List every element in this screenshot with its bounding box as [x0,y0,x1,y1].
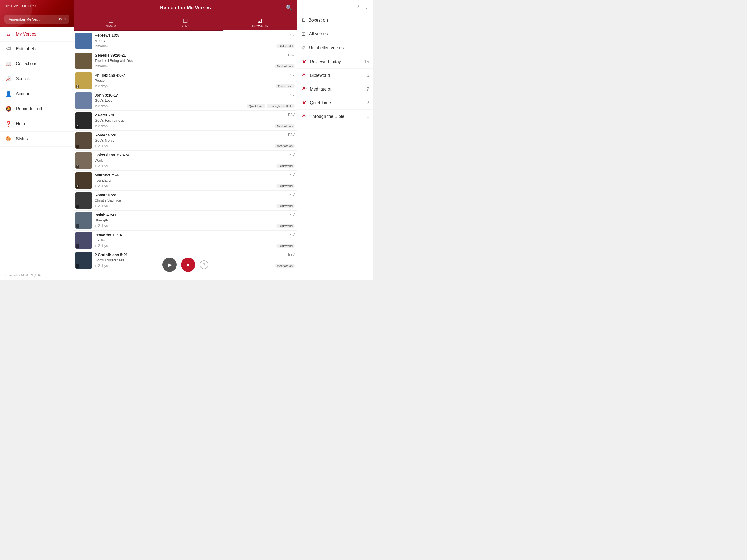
verse-due-date: tomorrow [95,44,108,48]
sidebar-nav: ⌂ My Verses 🏷 Edit labels 📖 Collections … [0,27,74,270]
verse-reference: 2 Corinthians 5:21 [95,253,128,257]
eye-icon-ttb: 👁 [302,113,307,119]
verse-tag: Quiet Time [247,104,265,108]
verse-translation: NIV [289,33,295,37]
box-number: 6 [76,264,79,268]
verse-tag: Meditate on [275,144,295,148]
verse-due-date: in 2 days [95,144,108,148]
app-version: Remember Me 6.5.9 (116) [0,270,74,280]
search-icon[interactable]: 🔍 [286,4,292,11]
right-panel-header: ? ⋮ [297,0,374,14]
verse-item[interactable]: 2Philippians 4:6-7NIVPeacein 2 daysQuiet… [74,71,297,91]
sidebar-item-account[interactable]: 👤 Account [0,86,74,101]
box-number: 6 [76,245,79,248]
verse-translation: NIV [289,233,295,236]
sidebar-header: 10:11 PM Fri Jul 28 Remember Me Ver... ↺… [0,0,74,27]
help-circle-icon[interactable]: ? [356,4,359,10]
verse-topic: The Lord Being with You [95,58,295,62]
verse-due-date: in 2 days [95,104,108,108]
filter-all-verses[interactable]: ⊞ All verses [297,27,374,41]
filter-quiet-time[interactable]: 👁 Quiet Time 2 [297,96,374,110]
verse-item[interactable]: John 3:16-17NIVGod's Lovein 2 daysQuiet … [74,91,297,111]
tag-icon: 🏷 [5,46,11,52]
verse-reference: Proverbs 12:16 [95,233,122,237]
more-options-icon[interactable]: ⋮ [364,3,369,10]
tab-new[interactable]: ☐ NEW 0 [74,15,148,31]
box-number: 4 [76,184,79,188]
verse-tag: Meditate on [275,64,295,68]
sidebar-item-collections[interactable]: 📖 Collections [0,56,74,71]
verse-topic: God's Love [95,98,295,103]
verse-due-date: tomorrow [95,64,108,68]
sidebar-item-help[interactable]: ❓ Help [0,117,74,131]
verse-item[interactable]: Genesis 39:20-21ESVThe Lord Being with Y… [74,51,297,71]
verse-item[interactable]: 32 Peter 2:9ESVGod's Faithfulnessin 2 da… [74,111,297,131]
sidebar-item-scores[interactable]: 📈 Scores [0,71,74,86]
no-label-icon: ⊘ [302,45,306,51]
chevron-down-icon[interactable]: ▾ [64,17,66,21]
refresh-icon[interactable]: ↺ [59,17,62,21]
playback-help-button[interactable]: ? [200,260,208,269]
verse-reference: 2 Peter 2:9 [95,113,114,117]
grid-icon: ⊞ [302,31,306,37]
box-number: 5 [76,205,79,208]
verse-item[interactable]: 5Romans 5:8NIVChrist's Sacrificein 2 day… [74,190,297,210]
bell-off-icon: 🔕 [5,106,11,112]
verse-item[interactable]: Hebrews 13:5NIVMoneytomorrowBibleworld [74,31,297,51]
tab-due[interactable]: ☐ DUE 1 [148,15,223,31]
verse-topic: Strength [95,218,295,222]
verse-reference: Philippians 4:6-7 [95,73,125,77]
verse-item[interactable]: 4Matthew 7:24NIVFoundationin 2 daysBible… [74,171,297,190]
play-button[interactable]: ▶ [162,258,177,272]
verse-reference: Genesis 39:20-21 [95,53,126,57]
verse-topic: Foundation [95,178,295,182]
filter-bibleworld[interactable]: 👁 Bibleworld 6 [297,69,374,82]
filter-unlabelled[interactable]: ⊘ Unlabelled verses [297,41,374,55]
verse-topic: Work [95,158,295,162]
verse-tag: Through the Bible [266,104,295,108]
filter-through-the-bible[interactable]: 👁 Through the Bible 1 [297,110,374,123]
verse-translation: NIV [289,213,295,217]
filter-boxes[interactable]: ⧉ Boxes: on [297,14,374,27]
tab-known[interactable]: ☑ KNOWN 15 [223,15,297,31]
verse-due-date: in 2 days [95,124,108,128]
eye-icon-quiet: 👁 [302,100,307,105]
verse-item[interactable]: 3Romans 5:8ESVGod's Mercyin 2 daysMedita… [74,131,297,151]
sidebar-item-styles[interactable]: 🎨 Styles [0,131,74,147]
app-selector[interactable]: Remember Me Ver... ↺ ▾ [4,15,69,24]
verse-tag: Meditate on [275,263,295,268]
verse-translation: ESV [288,253,295,256]
filter-reviewed-today[interactable]: 👁 Reviewed today 15 [297,55,374,69]
main-wrapper: ··· Remember Me Verses 🔍 ☐ NEW 0 ☐ DUE 1… [74,0,297,280]
verse-translation: NIV [289,93,295,97]
playback-bar: ▶ ■ ? [162,258,208,272]
new-tab-icon: ☐ [108,18,114,24]
verses-list: Hebrews 13:5NIVMoneytomorrowBibleworldGe… [74,31,297,280]
eye-icon-bibleworld: 👁 [302,73,307,78]
sidebar-item-my-verses[interactable]: ⌂ My Verses [0,27,74,42]
filter-list: ⧉ Boxes: on ⊞ All verses ⊘ Unlabelled ve… [297,14,374,280]
verse-tag: Meditate on [275,124,295,128]
verse-translation: NIV [289,153,295,157]
filter-meditate-on[interactable]: 👁 Meditate on 7 [297,82,374,96]
verse-item[interactable]: 5Isaiah 40:31NIVStrengthin 2 daysBiblewo… [74,210,297,230]
verse-translation: NIV [289,193,295,197]
verse-reference: John 3:16-17 [95,93,118,97]
verse-translation: ESV [288,53,295,57]
verse-topic: Christ's Sacrifice [95,198,295,202]
sidebar-item-reminder[interactable]: 🔕 Reminder: off [0,101,74,117]
verse-item[interactable]: 4Colossians 3:23-24NIVWorkin 2 daysBible… [74,151,297,171]
due-tab-icon: ☐ [183,18,188,24]
verse-tag: Bibleworld [277,244,295,248]
main-header: ··· Remember Me Verses 🔍 [74,0,297,15]
verse-topic: Insults [95,238,295,242]
verse-due-date: in 2 days [95,204,108,208]
box-number: 3 [76,145,79,148]
chart-icon: 📈 [5,76,11,82]
verse-item[interactable]: 6Proverbs 12:16NIVInsultsin 2 daysBiblew… [74,230,297,251]
sidebar-item-edit-labels[interactable]: 🏷 Edit labels [0,42,74,56]
drag-indicator: ··· [182,2,189,8]
verse-tag: Bibleworld [277,164,295,168]
eye-icon-meditate: 👁 [302,86,307,92]
stop-button[interactable]: ■ [181,258,195,272]
